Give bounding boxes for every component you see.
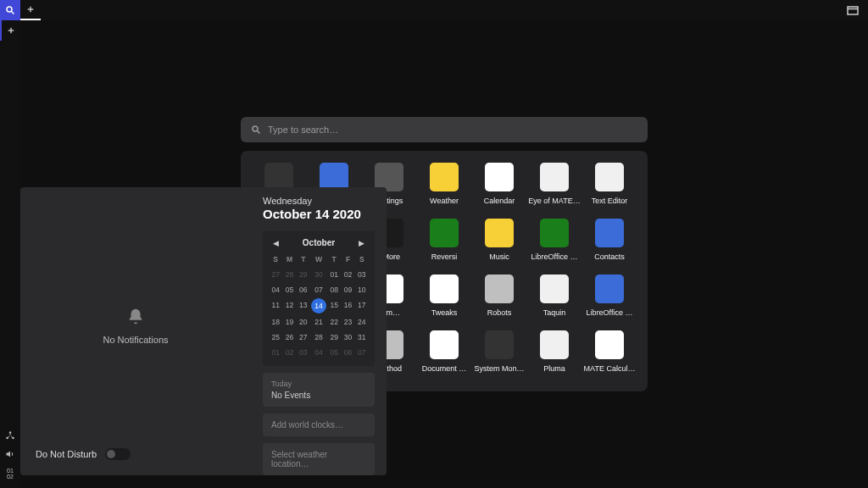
calendar-day[interactable]: 27 xyxy=(270,268,281,281)
app-label: Taquin xyxy=(543,308,566,317)
app-text-editor[interactable]: Text Editor xyxy=(583,163,636,205)
calendar-day[interactable]: 01 xyxy=(328,268,340,281)
calendar-day[interactable]: 09 xyxy=(342,283,353,297)
app-system-mon-[interactable]: System Mon… xyxy=(473,330,526,373)
weekday-label: Wednesday xyxy=(263,196,375,206)
calendar-day[interactable]: 06 xyxy=(342,346,353,359)
svg-rect-4 xyxy=(848,7,858,14)
app-label: Pluma xyxy=(543,364,565,373)
calendar-day[interactable]: 06 xyxy=(298,283,309,297)
app-pluma[interactable]: Pluma xyxy=(528,330,581,373)
calendar-day[interactable]: 24 xyxy=(356,315,368,329)
app-tweaks[interactable]: Tweaks xyxy=(418,274,470,317)
app-label: System Mon… xyxy=(474,364,524,373)
calendar-day[interactable]: 19 xyxy=(283,315,295,329)
app-icon xyxy=(540,163,569,191)
next-month-button[interactable]: ▶ xyxy=(359,239,364,247)
calendar-day[interactable]: 25 xyxy=(270,330,281,344)
calendar-day[interactable]: 18 xyxy=(270,315,281,329)
app-libreoffice-calc[interactable]: LibreOffice … xyxy=(528,219,581,261)
search-input[interactable] xyxy=(268,125,637,135)
app-icon xyxy=(540,274,569,303)
calendar-dow: S xyxy=(356,252,368,266)
calendar-day[interactable]: 21 xyxy=(311,315,326,329)
weather-location-button[interactable]: Select weather location… xyxy=(263,443,375,475)
calendar-day[interactable]: 03 xyxy=(298,346,309,359)
add-workspace-button[interactable] xyxy=(0,20,20,41)
calendar-day[interactable]: 13 xyxy=(298,298,309,313)
calendar-day[interactable]: 17 xyxy=(356,298,368,313)
network-icon[interactable] xyxy=(5,430,15,441)
calendar-grid: SMTWTFS272829300102030405060708091011121… xyxy=(270,252,368,359)
app-label: Reversi xyxy=(431,252,458,261)
app-label: Music xyxy=(489,252,509,261)
calendar-day[interactable]: 04 xyxy=(311,346,326,359)
calendar-day[interactable]: 31 xyxy=(356,330,368,344)
calendar-widget: ◀ October ▶ SMTWTFS272829300102030405060… xyxy=(263,231,375,366)
window-indicator[interactable] xyxy=(843,0,863,20)
calendar-column: Wednesday October 14 2020 ◀ October ▶ SM… xyxy=(251,187,387,475)
calendar-day[interactable]: 16 xyxy=(342,298,353,313)
calendar-day[interactable]: 23 xyxy=(342,315,353,329)
calendar-day[interactable]: 10 xyxy=(356,283,368,297)
events-box[interactable]: Today No Events xyxy=(263,373,375,407)
calendar-dow: F xyxy=(342,252,353,266)
app-icon xyxy=(540,219,569,247)
app-music[interactable]: Music xyxy=(473,219,526,261)
calendar-day[interactable]: 08 xyxy=(328,283,340,297)
top-bar xyxy=(0,0,868,20)
app-reversi[interactable]: Reversi xyxy=(418,219,470,261)
prev-month-button[interactable]: ◀ xyxy=(273,239,279,247)
calendar-day[interactable]: 22 xyxy=(328,315,340,329)
calendar-day[interactable]: 30 xyxy=(311,268,326,281)
app-label: MATE Calcul… xyxy=(584,364,636,373)
no-notifications-label: No Notifications xyxy=(103,335,168,345)
app-icon xyxy=(430,274,459,303)
app-weather[interactable]: Weather xyxy=(418,163,470,205)
calendar-day[interactable]: 14 xyxy=(311,298,326,313)
calendar-day[interactable]: 15 xyxy=(328,298,340,313)
app-icon xyxy=(485,163,514,191)
calendar-day[interactable]: 30 xyxy=(342,330,353,344)
calendar-day[interactable]: 29 xyxy=(298,268,309,281)
calendar-day[interactable]: 03 xyxy=(356,268,368,281)
calendar-day[interactable]: 12 xyxy=(283,298,295,313)
app-icon xyxy=(485,219,514,247)
calendar-day[interactable]: 26 xyxy=(283,330,295,344)
date-indicator[interactable]: 0102 xyxy=(7,468,14,480)
world-clocks-button[interactable]: Add world clocks… xyxy=(263,413,375,436)
app-label: Weather xyxy=(430,197,459,205)
calendar-day[interactable]: 05 xyxy=(283,283,295,297)
calendar-day[interactable]: 20 xyxy=(298,315,309,329)
calendar-day[interactable]: 28 xyxy=(311,330,326,344)
app-robots[interactable]: Robots xyxy=(473,274,526,317)
dnd-toggle[interactable] xyxy=(105,448,131,460)
app-icon xyxy=(595,219,624,247)
calendar-day[interactable]: 01 xyxy=(270,346,281,359)
app-libreoffice-[interactable]: LibreOffice … xyxy=(583,274,636,317)
events-header: Today xyxy=(271,380,366,388)
calendar-day[interactable]: 29 xyxy=(328,330,340,344)
app-eye-of-mate-[interactable]: Eye of MATE… xyxy=(528,163,581,205)
notification-panel: No Notifications Do Not Disturb Wednesda… xyxy=(20,187,387,475)
app-taquin[interactable]: Taquin xyxy=(528,274,581,317)
search-icon xyxy=(5,5,15,15)
calendar-day[interactable]: 27 xyxy=(298,330,309,344)
calendar-day[interactable]: 11 xyxy=(270,298,281,313)
new-window-button[interactable] xyxy=(20,0,41,20)
calendar-day[interactable]: 04 xyxy=(270,283,281,297)
calendar-day[interactable]: 05 xyxy=(328,346,340,359)
app-contacts[interactable]: Contacts xyxy=(583,219,636,261)
calendar-day[interactable]: 02 xyxy=(283,346,295,359)
calendar-day[interactable]: 07 xyxy=(311,283,326,297)
app-document-[interactable]: Document … xyxy=(418,330,470,373)
activities-search-button[interactable] xyxy=(0,0,20,20)
calendar-day[interactable]: 02 xyxy=(342,268,353,281)
launcher-search[interactable] xyxy=(241,117,648,142)
svg-point-11 xyxy=(253,126,258,131)
app-mate-calcul-[interactable]: MATE Calcul… xyxy=(583,330,636,373)
volume-icon[interactable] xyxy=(5,449,15,459)
calendar-day[interactable]: 07 xyxy=(356,346,368,359)
calendar-day[interactable]: 28 xyxy=(283,268,295,281)
app-calendar[interactable]: Calendar xyxy=(473,163,526,205)
